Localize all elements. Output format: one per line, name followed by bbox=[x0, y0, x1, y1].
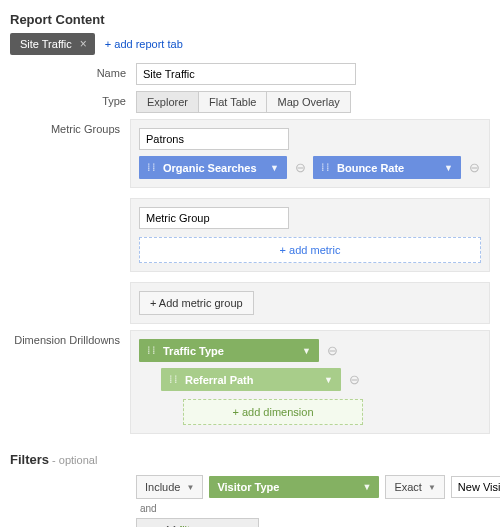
metric-label: Bounce Rate bbox=[337, 162, 404, 174]
chevron-down-icon[interactable]: ▼ bbox=[444, 163, 453, 173]
add-dimension-button[interactable]: + add dimension bbox=[183, 399, 363, 425]
type-segmented: Explorer Flat Table Map Overlay bbox=[136, 91, 351, 113]
chevron-down-icon: ▼ bbox=[428, 483, 436, 492]
drag-handle-icon[interactable]: ⁞⁞ bbox=[147, 161, 157, 174]
metric-group-panel-2: + add metric bbox=[130, 198, 490, 272]
type-option-map-overlay[interactable]: Map Overlay bbox=[266, 91, 350, 113]
add-filter-button[interactable]: + add filter ▼ bbox=[136, 518, 259, 527]
section-title: Report Content bbox=[10, 12, 490, 27]
remove-icon[interactable]: ⊖ bbox=[347, 372, 361, 387]
metric-group-name-input[interactable] bbox=[139, 128, 289, 150]
metric-pill-organic-searches[interactable]: ⁞⁞ Organic Searches ▼ bbox=[139, 156, 287, 179]
metric-label: Organic Searches bbox=[163, 162, 257, 174]
close-icon[interactable]: × bbox=[80, 37, 87, 51]
drag-handle-icon[interactable]: ⁞⁞ bbox=[169, 373, 179, 386]
dimension-pill-traffic-type[interactable]: ⁞⁞ Traffic Type ▼ bbox=[139, 339, 319, 362]
chevron-down-icon[interactable]: ▼ bbox=[324, 375, 333, 385]
chevron-down-icon[interactable]: ▼ bbox=[302, 346, 311, 356]
type-option-explorer[interactable]: Explorer bbox=[136, 91, 199, 113]
add-metric-group-panel: + Add metric group bbox=[130, 282, 490, 324]
filter-row: Include ▼ Visitor Type ▼ Exact ▼ bbox=[136, 475, 490, 499]
drag-handle-icon[interactable]: ⁞⁞ bbox=[147, 344, 157, 357]
type-option-flat-table[interactable]: Flat Table bbox=[198, 91, 268, 113]
dimension-pill-referral-path[interactable]: ⁞⁞ Referral Path ▼ bbox=[161, 368, 341, 391]
metric-group-name-input[interactable] bbox=[139, 207, 289, 229]
filter-and-label: and bbox=[140, 503, 490, 514]
dimension-drilldowns-label: Dimension Drilldowns bbox=[10, 330, 130, 434]
filters-header: Filters - optional bbox=[10, 452, 490, 467]
filter-field-pill[interactable]: Visitor Type ▼ bbox=[209, 476, 379, 498]
filters-title: Filters bbox=[10, 452, 49, 467]
drag-handle-icon[interactable]: ⁞⁞ bbox=[321, 161, 331, 174]
filter-value-input[interactable] bbox=[451, 476, 500, 498]
filter-field-label: Visitor Type bbox=[217, 481, 279, 493]
add-metric-button[interactable]: + add metric bbox=[139, 237, 481, 263]
tab-site-traffic[interactable]: Site Traffic × bbox=[10, 33, 95, 55]
dimension-label: Traffic Type bbox=[163, 345, 224, 357]
dropdown-label: Exact bbox=[394, 481, 422, 493]
metric-pill-bounce-rate[interactable]: ⁞⁞ Bounce Rate ▼ bbox=[313, 156, 461, 179]
dimension-panel: ⁞⁞ Traffic Type ▼ ⊖ ⁞⁞ Referral Path ▼ ⊖… bbox=[130, 330, 490, 434]
filter-include-dropdown[interactable]: Include ▼ bbox=[136, 475, 203, 499]
metric-groups-label: Metric Groups bbox=[10, 119, 130, 324]
remove-icon[interactable]: ⊖ bbox=[325, 343, 339, 358]
remove-icon[interactable]: ⊖ bbox=[467, 160, 481, 175]
dropdown-label: Include bbox=[145, 481, 180, 493]
name-label: Name bbox=[10, 63, 136, 85]
metric-group-panel-1: ⁞⁞ Organic Searches ▼ ⊖ ⁞⁞ Bounce Rate ▼… bbox=[130, 119, 490, 188]
add-metric-group-button[interactable]: + Add metric group bbox=[139, 291, 254, 315]
remove-icon[interactable]: ⊖ bbox=[293, 160, 307, 175]
report-tabs: Site Traffic × + add report tab bbox=[10, 33, 490, 55]
tab-label: Site Traffic bbox=[20, 38, 72, 50]
dimension-label: Referral Path bbox=[185, 374, 253, 386]
filters-optional: - optional bbox=[49, 454, 97, 466]
type-label: Type bbox=[10, 91, 136, 113]
filter-match-dropdown[interactable]: Exact ▼ bbox=[385, 475, 444, 499]
chevron-down-icon[interactable]: ▼ bbox=[362, 482, 371, 492]
chevron-down-icon[interactable]: ▼ bbox=[270, 163, 279, 173]
add-report-tab-link[interactable]: + add report tab bbox=[105, 38, 183, 50]
name-input[interactable] bbox=[136, 63, 356, 85]
chevron-down-icon: ▼ bbox=[186, 483, 194, 492]
